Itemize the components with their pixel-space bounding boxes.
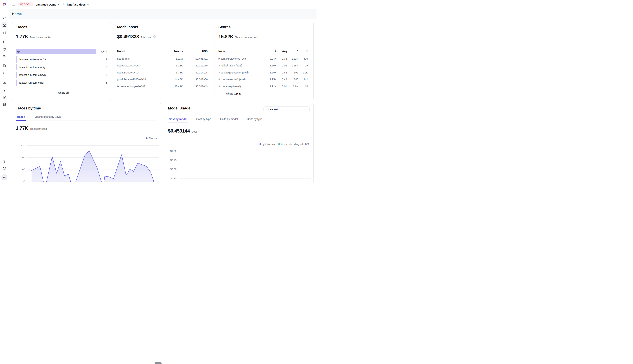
tab-cost-by-model[interactable]: Cost by model [168, 118, 188, 123]
user-avatar[interactable]: FK [2, 174, 8, 180]
model-costs-card: Model costs $0.491333 Total cost Model T… [113, 22, 212, 100]
trace-row[interactable]: dataset-run-item-cmc297 [16, 56, 107, 62]
table-row[interactable]: # hallucination (eval)1.96K0.051.58K25 [218, 62, 310, 69]
breadcrumb-separator: / [63, 2, 64, 7]
chart-legend: Traces [146, 137, 157, 140]
card-title: Traces [16, 25, 107, 29]
trace-row[interactable]: dataset-run-item-cmcjf5 [16, 80, 107, 86]
col-tokens: Tokens [161, 50, 183, 52]
table-row[interactable]: # contextrelevance (eval)2.04K0.341.21K5… [218, 56, 310, 62]
legend-dot [259, 143, 261, 145]
traces-by-time-card: Traces by time Traces Observations by Le… [12, 103, 161, 182]
show-all-button[interactable]: Show all [12, 91, 111, 94]
legend-traces: Traces [146, 137, 157, 140]
table-row[interactable]: gpt-4o-mini2.21M$0.456301 [117, 56, 208, 62]
page-title: Home [12, 12, 22, 16]
table-row[interactable]: gpt-4.1-nano-2025-04-1414.45K$0.002906 [117, 76, 208, 83]
settings-gear-icon[interactable] [2, 158, 8, 165]
chevron-down-icon [222, 92, 225, 95]
traces-card: Traces 1.77K Total traces tracked qa1,73… [12, 22, 111, 100]
trace-row[interactable]: dataset-run-item-cmcky5 [16, 64, 107, 70]
scores-total: 15.82K [218, 34, 233, 40]
col-avg: Avg [276, 50, 287, 52]
col-count: # [266, 50, 276, 52]
show-top-20-button[interactable]: Show top 20 [222, 92, 313, 95]
content: Traces 1.77K Total traces tracked qa1,73… [9, 19, 317, 182]
legend-dot [278, 143, 280, 145]
chevron-down-icon [54, 92, 57, 94]
org-selector[interactable]: Langfuse Demo [36, 3, 60, 6]
app-root: FK PROD-EU Langfuse Demo / langfuse-docs… [0, 0, 317, 182]
chart-legend: gpt-4o-mini text-embedding-ada-002 [259, 143, 309, 146]
tab-units-by-model[interactable]: Units by model [219, 118, 239, 123]
annotation-lightbulb-icon[interactable] [2, 86, 8, 94]
chevrons-up-down-icon [305, 108, 307, 111]
col-usd: USD [183, 50, 208, 52]
usage-cost-label: Cost [192, 130, 197, 133]
support-lifebuoy-icon[interactable] [2, 165, 8, 172]
card-title: Model costs [117, 25, 208, 29]
trace-row[interactable]: qa1,736 [16, 49, 107, 54]
legend-text-embedding-ada-002: text-embedding-ada-002 [278, 143, 309, 146]
traces-tracked: 1.77K [16, 125, 28, 131]
model-usage-card: Model Usage 2 selected Cost by model Cos… [164, 103, 314, 182]
col-one: 1 [298, 50, 308, 52]
tab-cost-by-type[interactable]: Cost by type [196, 118, 212, 123]
chevron-down-icon [87, 3, 89, 6]
environment-badge: PROD-EU [19, 2, 33, 6]
card-title: Traces by time [16, 106, 41, 110]
langfuse-logo[interactable] [2, 2, 7, 6]
card-title: Model Usage [168, 106, 190, 110]
traces-tracked-label: Traces tracked [30, 127, 47, 130]
tab-units-by-type[interactable]: Units by type [246, 118, 263, 123]
traces-by-time-tabs: Traces Observations by Level [16, 115, 158, 121]
sidebar-bottom: FK [2, 158, 8, 182]
table-row[interactable]: gpt-4o-2024-08-063.13K$0.015175 [117, 62, 208, 69]
traces-time-chart: 120 90 60 30 [12, 103, 161, 182]
model-costs-table: Model Tokens USD gpt-4o-mini2.21M$0.4563… [117, 50, 208, 90]
tab-observations-by-level[interactable]: Observations by Level [34, 115, 62, 121]
model-select-dropdown[interactable]: 2 selected [264, 106, 310, 112]
search-icon[interactable] [2, 14, 8, 22]
total-cost: $0.491333 [117, 34, 139, 40]
sidebar-nav [2, 14, 8, 108]
datasets-clipboard-icon[interactable] [2, 94, 8, 100]
usage-cost: $0.459144 [168, 128, 190, 134]
sessions-clock-icon[interactable] [2, 46, 8, 52]
scores-table: Name # Avg 0 1 # contextrelevance (eval)… [218, 50, 310, 90]
table-row[interactable]: gpt-4.1-2025-04-143.38K$0.014108 [117, 69, 208, 76]
tracing-icon[interactable] [2, 38, 8, 46]
tab-traces[interactable]: Traces [16, 115, 26, 121]
total-cost-label: Total cost [141, 36, 152, 39]
page-header: Home [9, 9, 317, 19]
top-bar: PROD-EU Langfuse Demo / langfuse-docs [9, 0, 317, 9]
scores-total-label: Total scores tracked [235, 36, 258, 39]
table-row[interactable]: # language-detector (eval)1.95K0.823551.… [218, 69, 310, 76]
playground-terminal-icon[interactable] [2, 70, 8, 76]
traces-total-label: Total traces tracked [30, 36, 52, 39]
home-icon[interactable] [2, 22, 8, 28]
project-selector[interactable]: langfuse-docs [67, 3, 89, 6]
evaluation-icon[interactable] [2, 79, 8, 86]
users-icon[interactable] [2, 52, 8, 60]
legend-gpt-4o-mini: gpt-4o-mini [259, 143, 275, 146]
info-icon[interactable] [153, 35, 156, 38]
prompts-icon[interactable] [2, 62, 8, 70]
trace-name-list: qa1,736dataset-run-item-cmc297dataset-ru… [16, 49, 107, 86]
col-zero: 0 [287, 50, 298, 52]
col-model: Model [117, 50, 161, 52]
table-row[interactable]: # contains-pii (eval)1.92K0.011.9K14 [218, 83, 310, 90]
sidebar-toggle-icon[interactable] [12, 2, 16, 7]
org-name: Langfuse Demo [36, 3, 57, 6]
database-icon[interactable] [2, 100, 8, 108]
col-name: Name [218, 50, 266, 52]
card-title: Scores [218, 25, 310, 29]
chevron-down-icon [58, 3, 60, 6]
legend-dot [146, 137, 148, 139]
traces-total: 1.77K [16, 34, 28, 40]
trace-row[interactable]: dataset-run-item-cmcvp5 [16, 72, 107, 78]
table-row[interactable]: # conciseness-v1 (eval)1.95K0.48240242 [218, 76, 310, 83]
model-usage-tabs: Cost by model Cost by type Units by mode… [168, 118, 310, 123]
table-row[interactable]: text-embedding-ada-00228.43K$0.002843 [117, 83, 208, 90]
dashboards-icon[interactable] [2, 28, 8, 36]
